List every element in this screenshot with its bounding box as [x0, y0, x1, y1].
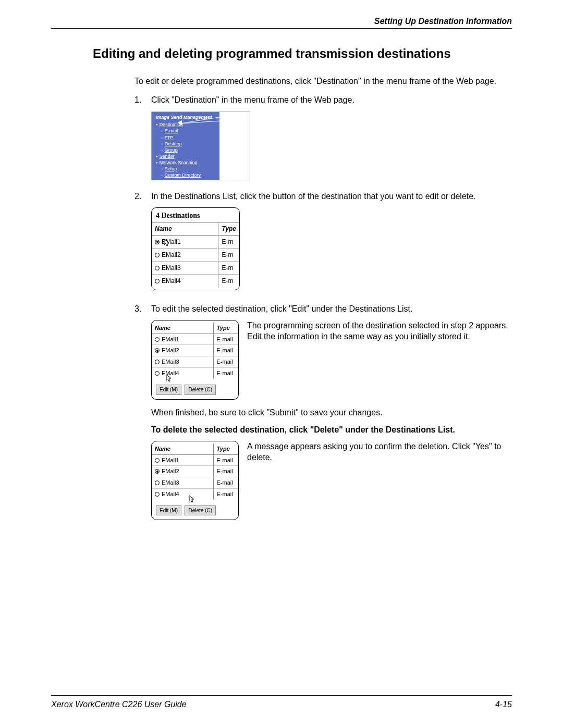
step-1: Click "Destination" in the menu frame of… [134, 94, 512, 181]
menu-item-sender: Sender [160, 154, 175, 159]
cursor-icon [164, 239, 171, 247]
figure-edit-list: Name Type EMail1E-mail EMail2E-mail EMai… [151, 320, 239, 400]
cursor-icon [166, 374, 173, 382]
radio-icon [155, 348, 160, 353]
table-row: EMail3E-mail [152, 356, 238, 368]
menu-item-setup: Setup [165, 166, 177, 171]
figure-destinations-table: 4 Destinations Name Type EMail1E-m EMail… [151, 207, 240, 290]
step-1-text: Click "Destination" in the menu frame of… [151, 95, 354, 104]
table-row: EMail2E-mail [152, 345, 238, 356]
cursor-icon [189, 495, 196, 503]
radio-icon [155, 253, 160, 257]
table-row: EMail2E-mail [152, 466, 238, 477]
table-row: EMail3E-m [152, 262, 239, 275]
menu-item-ftp: FTP [165, 135, 174, 140]
radio-icon [155, 360, 160, 364]
table-row: EMail3E-mail [152, 477, 238, 489]
radio-icon [155, 240, 160, 244]
radio-icon [155, 469, 160, 474]
footer-guide: Xerox WorkCentre C226 User Guide [51, 700, 187, 709]
step-3-aside: The programming screen of the destinatio… [247, 320, 512, 342]
radio-icon [155, 458, 160, 463]
step-3: To edit the selected destination, click … [134, 303, 512, 520]
figure-menu-screenshot: Image Send Management Destination E-mail… [151, 112, 250, 180]
list-col-name: Name [152, 323, 213, 334]
menu-title: Image Send Management [156, 114, 217, 120]
table-row: EMail1E-mail [152, 454, 238, 466]
delete-aside: A message appears asking you to confirm … [247, 441, 512, 463]
step-2: In the Destinations List, click the butt… [134, 191, 512, 293]
table-row: EMail4E-mail [152, 368, 238, 379]
table-row: EMail1E-mail [152, 334, 238, 345]
radio-icon [155, 279, 160, 283]
step-2-text: In the Destinations List, click the butt… [151, 192, 476, 201]
figure-delete-list: Name Type EMail1E-mail EMail2E-mail EMai… [151, 441, 239, 521]
dest-count-label: 4 Destinations [152, 211, 239, 222]
delete-button: Delete (C) [185, 385, 216, 395]
page-title: Editing and deleting programmed transmis… [93, 46, 512, 61]
list-col-type: Type [213, 443, 238, 454]
radio-icon [155, 492, 160, 497]
dest-col-name: Name [152, 222, 218, 235]
radio-icon [155, 337, 160, 342]
step-3-text: To edit the selected destination, click … [151, 304, 412, 313]
list-col-name: Name [152, 443, 213, 454]
menu-item-destination: Destination [160, 122, 183, 127]
radio-icon [155, 266, 160, 270]
list-col-type: Type [213, 323, 238, 334]
delete-button: Delete (C) [185, 505, 216, 516]
menu-item-netscan: Network Scanning [160, 160, 198, 165]
menu-item-desktop: Desktop [165, 141, 182, 146]
intro-text: To edit or delete programmed destination… [134, 76, 512, 87]
table-row: EMail4E-m [152, 275, 239, 288]
menu-item-email: E-mail [165, 128, 178, 133]
header-section: Setting Up Destination Information [51, 17, 512, 28]
header-rule [51, 28, 512, 29]
menu-item-customdir: Custom Directory [165, 172, 201, 178]
dest-col-type: Type [218, 222, 239, 235]
edit-button: Edit (M) [156, 385, 181, 395]
table-row: EMail2E-m [152, 249, 239, 262]
footer-page: 4-15 [495, 700, 512, 709]
delete-heading: To delete the selected destination, clic… [151, 424, 512, 436]
radio-icon [155, 480, 160, 485]
submit-note: When finished, be sure to click "Submit"… [151, 407, 512, 418]
radio-icon [155, 371, 160, 376]
menu-item-group: Group [165, 147, 178, 153]
page-footer: Xerox WorkCentre C226 User Guide 4-15 [51, 695, 512, 709]
edit-button: Edit (M) [156, 505, 181, 516]
